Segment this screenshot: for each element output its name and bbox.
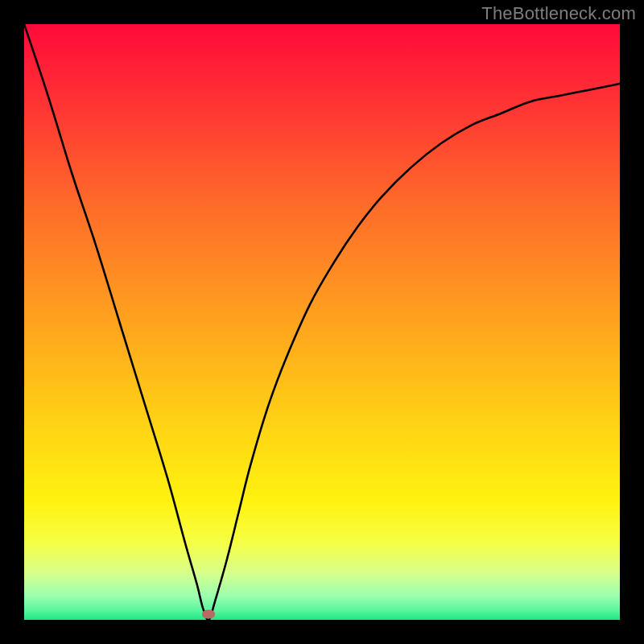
plot-area: [24, 24, 620, 620]
watermark-text: TheBottleneck.com: [481, 3, 636, 24]
bottleneck-curve: [24, 24, 620, 620]
optimal-point-marker: [202, 609, 215, 618]
chart-frame: TheBottleneck.com: [0, 0, 644, 644]
